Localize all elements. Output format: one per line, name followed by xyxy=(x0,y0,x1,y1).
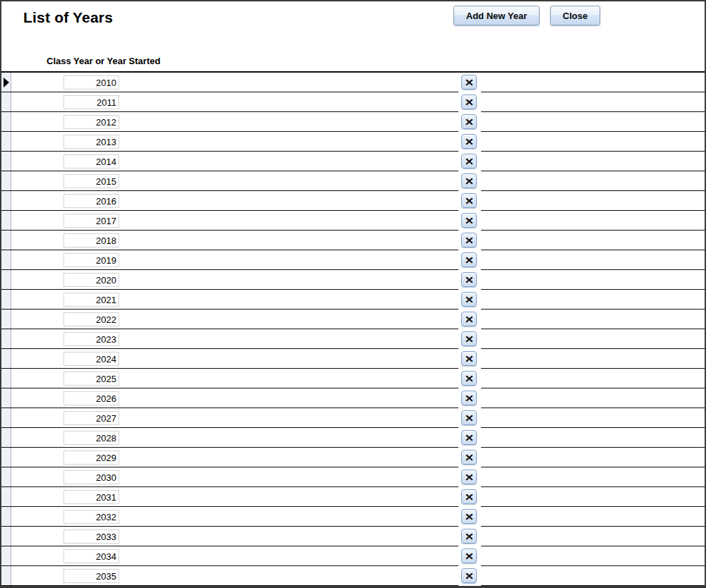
form-header: List of Years Add New Year Close Class Y… xyxy=(1,1,705,71)
record-selector[interactable] xyxy=(1,428,11,447)
table-row: ✕ xyxy=(1,487,705,507)
year-input[interactable] xyxy=(63,352,119,366)
record-selector[interactable] xyxy=(1,231,11,250)
record-selector[interactable] xyxy=(1,112,11,131)
x-icon: ✕ xyxy=(464,235,473,245)
table-row: ✕ xyxy=(1,448,705,467)
delete-year-button[interactable]: ✕ xyxy=(461,529,477,544)
x-icon: ✕ xyxy=(464,453,473,463)
year-input[interactable] xyxy=(63,490,119,504)
divider-gap xyxy=(458,210,481,211)
year-input[interactable] xyxy=(63,411,119,425)
record-selector[interactable] xyxy=(1,527,11,546)
delete-year-button[interactable]: ✕ xyxy=(461,549,477,563)
delete-year-button[interactable]: ✕ xyxy=(461,173,477,188)
table-row: ✕ xyxy=(1,112,705,132)
delete-year-button[interactable]: ✕ xyxy=(461,489,477,504)
record-selector[interactable] xyxy=(1,566,11,585)
record-selector[interactable] xyxy=(1,448,11,467)
delete-year-button[interactable]: ✕ xyxy=(461,351,477,366)
x-icon: ✕ xyxy=(464,97,473,107)
record-selector[interactable] xyxy=(1,73,11,92)
year-input[interactable] xyxy=(63,312,119,326)
year-input[interactable] xyxy=(63,75,119,90)
record-selector[interactable] xyxy=(1,152,11,171)
divider-gap xyxy=(458,467,481,467)
year-input[interactable] xyxy=(63,451,119,465)
year-input[interactable] xyxy=(63,293,119,307)
year-input[interactable] xyxy=(63,214,119,228)
table-row: ✕ xyxy=(1,408,705,428)
delete-year-button[interactable]: ✕ xyxy=(461,450,477,465)
table-row: ✕ xyxy=(1,467,705,487)
delete-year-button[interactable]: ✕ xyxy=(461,331,477,346)
delete-year-button[interactable]: ✕ xyxy=(461,233,477,247)
record-selector[interactable] xyxy=(1,270,11,289)
table-row: ✕ xyxy=(1,349,705,369)
delete-year-button[interactable]: ✕ xyxy=(461,430,477,445)
year-input[interactable] xyxy=(63,529,119,544)
close-button[interactable]: Close xyxy=(550,6,600,25)
delete-year-button[interactable]: ✕ xyxy=(461,312,477,326)
delete-year-button[interactable]: ✕ xyxy=(461,568,477,583)
delete-year-button[interactable]: ✕ xyxy=(461,371,477,386)
record-selector[interactable] xyxy=(1,467,11,486)
delete-year-button[interactable]: ✕ xyxy=(461,391,477,405)
delete-year-button[interactable]: ✕ xyxy=(461,272,477,287)
delete-year-button[interactable]: ✕ xyxy=(461,410,477,425)
delete-year-button[interactable]: ✕ xyxy=(461,75,477,90)
delete-year-button[interactable]: ✕ xyxy=(461,252,477,267)
year-input[interactable] xyxy=(63,253,119,267)
delete-year-button[interactable]: ✕ xyxy=(461,292,477,307)
year-input[interactable] xyxy=(63,332,119,346)
x-icon: ✕ xyxy=(464,433,473,443)
record-selector[interactable] xyxy=(1,92,11,111)
record-selector[interactable] xyxy=(1,132,11,151)
record-selector[interactable] xyxy=(1,388,11,408)
delete-year-button[interactable]: ✕ xyxy=(461,509,477,524)
x-icon: ✕ xyxy=(464,354,473,364)
record-selector[interactable] xyxy=(1,329,11,348)
delete-year-button[interactable]: ✕ xyxy=(461,470,477,484)
record-selector[interactable] xyxy=(1,546,11,565)
table-row: ✕ xyxy=(1,527,705,546)
year-input[interactable] xyxy=(63,569,119,583)
year-input[interactable] xyxy=(63,470,119,484)
year-input[interactable] xyxy=(63,115,119,129)
record-selector[interactable] xyxy=(1,290,11,309)
year-input[interactable] xyxy=(63,372,119,386)
record-selector[interactable] xyxy=(1,171,11,190)
year-input[interactable] xyxy=(63,273,119,287)
delete-year-button[interactable]: ✕ xyxy=(461,193,477,208)
record-selector[interactable] xyxy=(1,408,11,427)
year-input[interactable] xyxy=(63,549,119,563)
x-icon: ✕ xyxy=(464,492,473,502)
record-selector[interactable] xyxy=(1,310,11,329)
year-input[interactable] xyxy=(63,431,119,445)
x-icon: ✕ xyxy=(464,512,473,522)
year-input[interactable] xyxy=(63,135,119,149)
year-input[interactable] xyxy=(63,510,119,524)
table-row: ✕ xyxy=(1,507,705,527)
delete-year-button[interactable]: ✕ xyxy=(461,94,477,109)
record-selector[interactable] xyxy=(1,369,11,388)
record-selector[interactable] xyxy=(1,191,11,210)
divider-gap xyxy=(458,92,481,92)
delete-year-button[interactable]: ✕ xyxy=(461,154,477,169)
year-input[interactable] xyxy=(63,154,119,169)
delete-year-button[interactable]: ✕ xyxy=(461,134,477,149)
year-input[interactable] xyxy=(63,391,119,405)
delete-year-button[interactable]: ✕ xyxy=(461,213,477,228)
record-selector[interactable] xyxy=(1,211,11,230)
add-new-year-button[interactable]: Add New Year xyxy=(454,6,540,25)
year-input[interactable] xyxy=(63,233,119,247)
year-input[interactable] xyxy=(63,95,119,109)
record-selector[interactable] xyxy=(1,487,11,506)
delete-year-button[interactable]: ✕ xyxy=(461,114,477,129)
record-selector[interactable] xyxy=(1,349,11,368)
record-selector[interactable] xyxy=(1,250,11,269)
year-input[interactable] xyxy=(63,194,119,208)
record-selector[interactable] xyxy=(1,507,11,526)
x-icon: ✕ xyxy=(464,157,473,166)
year-input[interactable] xyxy=(63,174,119,188)
